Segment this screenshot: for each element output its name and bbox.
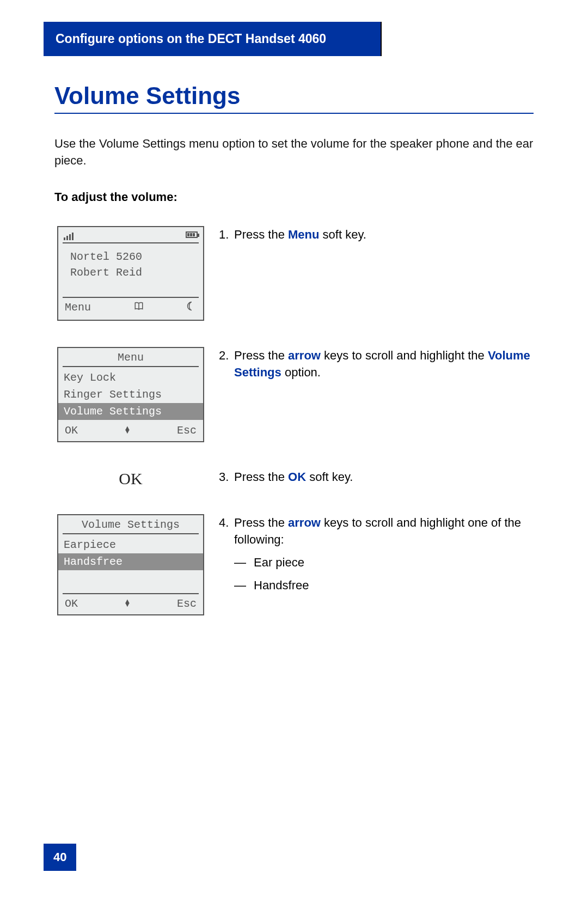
chapter-header: Configure options on the DECT Handset 40… [44, 22, 381, 56]
list-item: Ear piece [254, 554, 304, 571]
signal-icon [64, 231, 74, 240]
battery-icon [186, 231, 198, 238]
phonebook-icon[interactable] [91, 301, 187, 314]
intro-text: Use the Volume Settings menu option to s… [54, 136, 534, 169]
menu-item[interactable]: Earpiece [58, 536, 203, 553]
screen-title: Menu [58, 348, 203, 366]
softkey-right[interactable]: Esc [177, 424, 197, 437]
step-text: Press the arrow keys to scroll and highl… [234, 347, 534, 382]
screen-line: Robert Reid [70, 265, 195, 280]
screen-line: Nortel 5260 [70, 249, 195, 265]
softkey-left[interactable]: OK [65, 424, 78, 437]
ok-key-graphic: OK [57, 468, 204, 488]
softkey-ref: OK [288, 470, 306, 484]
dash: — [234, 577, 246, 594]
key-ref: arrow [288, 349, 321, 362]
step-number: 3. [219, 468, 234, 486]
step-text: Press the arrow keys to scroll and highl… [234, 514, 534, 595]
softkey-right[interactable]: Esc [177, 597, 197, 610]
menu-item[interactable]: Ringer Settings [58, 386, 203, 403]
key-ref: arrow [288, 516, 321, 529]
list-item: Handsfree [254, 577, 309, 594]
softkey-left[interactable]: OK [65, 597, 78, 610]
menu-item[interactable]: Key Lock [58, 369, 203, 386]
handset-screen-idle: Nortel 5260 Robert Reid Menu [57, 226, 204, 321]
dash: — [234, 554, 246, 571]
redial-icon[interactable] [187, 301, 197, 314]
step-number: 4. [219, 514, 234, 595]
step-text: Press the OK soft key. [234, 468, 534, 486]
up-down-arrows-icon[interactable]: ▲▼ [125, 600, 130, 607]
page-title: Volume Settings [54, 82, 534, 114]
step-text: Press the Menu soft key. [234, 226, 534, 243]
up-down-arrows-icon[interactable]: ▲▼ [125, 427, 130, 434]
softkey-left[interactable]: Menu [65, 301, 91, 314]
handset-screen-volume: Volume Settings Earpiece Handsfree OK ▲▼… [57, 514, 204, 615]
handset-screen-menu: Menu Key Lock Ringer Settings Volume Set… [57, 347, 204, 442]
page-number: 40 [44, 844, 76, 871]
step-number: 1. [219, 226, 234, 243]
softkey-ref: Menu [288, 228, 319, 241]
menu-item-selected[interactable]: Handsfree [58, 553, 203, 570]
screen-title: Volume Settings [58, 515, 203, 533]
procedure-heading: To adjust the volume: [54, 190, 534, 204]
menu-item-selected[interactable]: Volume Settings [58, 403, 203, 420]
step-number: 2. [219, 347, 234, 382]
